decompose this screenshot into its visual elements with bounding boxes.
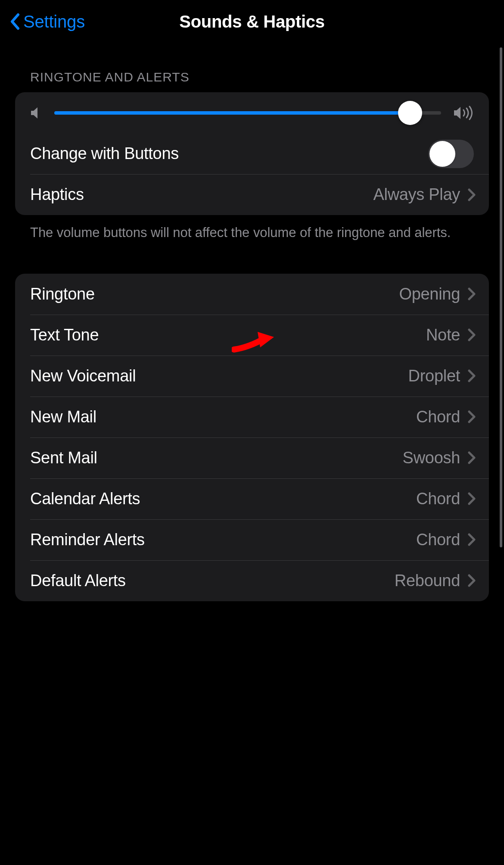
row-label: Ringtone xyxy=(30,285,399,303)
row-label: Reminder Alerts xyxy=(30,531,416,549)
section-header-ringtone-alerts: RINGTONE AND ALERTS xyxy=(15,43,489,92)
section-footer: The volume buttons will not affect the v… xyxy=(15,215,489,242)
row-value: Note xyxy=(426,326,460,344)
change-with-buttons-toggle[interactable] xyxy=(428,140,474,168)
toggle-knob xyxy=(429,141,455,167)
ringtone-row[interactable]: Ringtone Opening xyxy=(15,274,489,315)
back-button[interactable]: Settings xyxy=(0,12,85,31)
row-label: Text Tone xyxy=(30,326,426,344)
chevron-right-icon xyxy=(468,492,476,505)
volume-slider-thumb[interactable] xyxy=(398,101,422,125)
sent-mail-row[interactable]: Sent Mail Swoosh xyxy=(15,437,489,478)
row-value: Rebound xyxy=(395,571,460,590)
text-tone-row[interactable]: Text Tone Note xyxy=(15,315,489,356)
row-value: Swoosh xyxy=(403,449,460,467)
scrollbar[interactable] xyxy=(500,47,502,547)
default-alerts-row[interactable]: Default Alerts Rebound xyxy=(15,560,489,601)
row-label: Sent Mail xyxy=(30,449,403,467)
volume-slider-row xyxy=(15,92,489,133)
group-ringtone-alerts: Change with Buttons Haptics Always Play xyxy=(15,92,489,215)
chevron-right-icon xyxy=(468,574,476,587)
chevron-right-icon xyxy=(468,188,476,201)
chevron-left-icon xyxy=(9,13,20,30)
back-label: Settings xyxy=(23,12,85,31)
new-voicemail-row[interactable]: New Voicemail Droplet xyxy=(15,356,489,397)
calendar-alerts-row[interactable]: Calendar Alerts Chord xyxy=(15,478,489,519)
volume-slider[interactable] xyxy=(54,111,441,115)
row-value: Chord xyxy=(416,408,460,426)
row-value: Opening xyxy=(399,285,460,303)
row-value: Droplet xyxy=(408,367,460,385)
chevron-right-icon xyxy=(468,533,476,546)
row-value: Chord xyxy=(416,531,460,549)
chevron-right-icon xyxy=(468,287,476,300)
row-value: Chord xyxy=(416,490,460,508)
speaker-low-icon xyxy=(30,106,42,120)
change-with-buttons-row: Change with Buttons xyxy=(15,133,489,174)
chevron-right-icon xyxy=(468,451,476,464)
group-tones: Ringtone Opening Text Tone Note New Voic… xyxy=(15,274,489,601)
speaker-high-icon xyxy=(453,105,474,121)
row-label: Default Alerts xyxy=(30,571,395,590)
nav-bar: Settings Sounds & Haptics xyxy=(0,0,504,43)
row-label: Calendar Alerts xyxy=(30,490,416,508)
haptics-label: Haptics xyxy=(30,185,373,204)
chevron-right-icon xyxy=(468,369,476,382)
new-mail-row[interactable]: New Mail Chord xyxy=(15,397,489,437)
volume-slider-fill xyxy=(54,111,410,115)
change-with-buttons-label: Change with Buttons xyxy=(30,144,428,163)
haptics-row[interactable]: Haptics Always Play xyxy=(15,174,489,215)
reminder-alerts-row[interactable]: Reminder Alerts Chord xyxy=(15,519,489,560)
chevron-right-icon xyxy=(468,410,476,423)
row-label: New Mail xyxy=(30,408,416,426)
chevron-right-icon xyxy=(468,328,476,341)
haptics-value: Always Play xyxy=(373,185,460,204)
row-label: New Voicemail xyxy=(30,367,408,385)
